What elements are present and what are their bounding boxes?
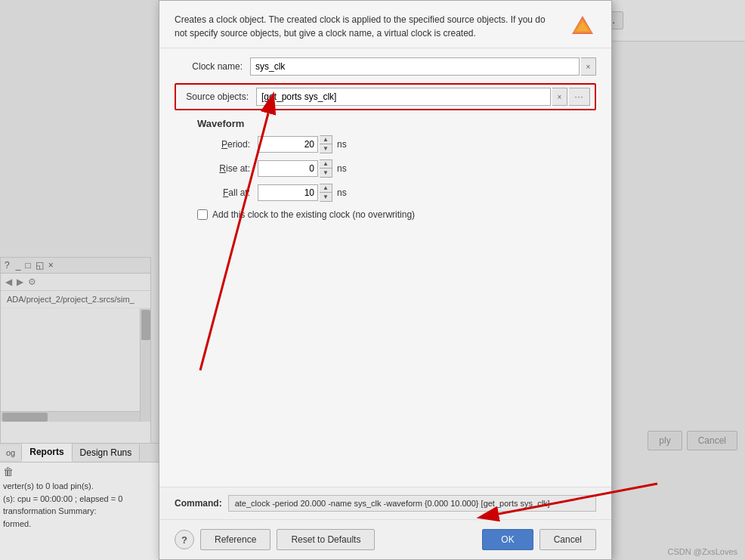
command-row: Command: ate_clock -period 20.000 -name … bbox=[175, 495, 596, 512]
clock-name-row: Clock name: × bbox=[175, 57, 596, 76]
dialog-logo bbox=[569, 13, 596, 40]
fall-at-label: Fall at: bbox=[212, 187, 258, 198]
source-objects-label: Source objects: bbox=[181, 91, 256, 102]
fall-at-down-button[interactable]: ▼ bbox=[320, 193, 332, 201]
period-input-wrap: ▲ ▼ bbox=[258, 135, 332, 153]
rise-at-input-wrap: ▲ ▼ bbox=[258, 159, 332, 178]
clock-name-input-wrap: × bbox=[250, 57, 596, 76]
rise-at-input[interactable] bbox=[258, 160, 318, 177]
source-objects-clear-button[interactable]: × bbox=[552, 88, 567, 106]
command-value: ate_clock -period 20.000 -name sys_clk -… bbox=[228, 495, 596, 512]
period-input[interactable] bbox=[258, 136, 318, 153]
waveform-section: Waveform Period: ▲ ▼ ns Rise at: bbox=[175, 118, 596, 202]
rise-at-down-button[interactable]: ▼ bbox=[320, 169, 332, 177]
rise-at-label: Rise at: bbox=[212, 163, 258, 174]
reset-defaults-button[interactable]: Reset to Defaults bbox=[277, 529, 375, 550]
add-clock-checkbox-label: Add this clock to the existing clock (no… bbox=[212, 209, 415, 220]
command-area: Command: ate_clock -period 20.000 -name … bbox=[159, 487, 611, 519]
source-objects-input[interactable] bbox=[256, 88, 551, 106]
source-objects-row-highlighted: Source objects: × ··· bbox=[175, 83, 596, 110]
dialog-body: Clock name: × Source objects: × ··· Wave… bbox=[159, 48, 611, 487]
clock-name-label: Clock name: bbox=[175, 61, 250, 72]
dialog-footer: ? Reference Reset to Defaults OK Cancel bbox=[159, 519, 611, 559]
fall-at-spinner: ▲ ▼ bbox=[320, 184, 332, 202]
period-spinner: ▲ ▼ bbox=[320, 135, 332, 153]
period-down-button[interactable]: ▼ bbox=[320, 144, 332, 153]
period-row: Period: ▲ ▼ ns bbox=[175, 135, 596, 153]
dialog-header: Creates a clock object. The created cloc… bbox=[159, 1, 611, 48]
rise-at-spinner: ▲ ▼ bbox=[320, 159, 332, 178]
cancel-button[interactable]: Cancel bbox=[539, 529, 596, 550]
source-objects-browse-button[interactable]: ··· bbox=[569, 88, 590, 106]
fall-at-input-wrap: ▲ ▼ bbox=[258, 184, 332, 202]
add-clock-checkbox[interactable] bbox=[197, 209, 208, 220]
clock-name-input[interactable] bbox=[250, 57, 580, 76]
command-label: Command: bbox=[175, 498, 222, 509]
source-objects-input-wrap: × ··· bbox=[256, 88, 590, 106]
fall-at-up-button[interactable]: ▲ bbox=[320, 184, 332, 193]
rise-at-up-button[interactable]: ▲ bbox=[320, 160, 332, 169]
rise-at-row: Rise at: ▲ ▼ ns bbox=[175, 159, 596, 178]
help-button[interactable]: ? bbox=[175, 530, 194, 549]
reference-button[interactable]: Reference bbox=[200, 529, 270, 550]
fall-at-unit: ns bbox=[337, 187, 347, 198]
fall-at-input[interactable] bbox=[258, 184, 318, 201]
rise-at-unit: ns bbox=[337, 163, 347, 174]
dialog-description: Creates a clock object. The created cloc… bbox=[175, 13, 560, 40]
ok-button[interactable]: OK bbox=[482, 529, 533, 550]
period-unit: ns bbox=[337, 139, 347, 150]
fall-at-row: Fall at: ▲ ▼ ns bbox=[175, 184, 596, 202]
period-up-button[interactable]: ▲ bbox=[320, 136, 332, 144]
period-label: Period: bbox=[212, 139, 258, 150]
add-clock-checkbox-row: Add this clock to the existing clock (no… bbox=[175, 209, 596, 220]
waveform-title: Waveform bbox=[175, 118, 596, 129]
clock-name-clear-button[interactable]: × bbox=[581, 57, 596, 76]
create-clock-dialog: Creates a clock object. The created cloc… bbox=[159, 0, 612, 560]
source-objects-row: Source objects: × ··· bbox=[181, 88, 590, 106]
